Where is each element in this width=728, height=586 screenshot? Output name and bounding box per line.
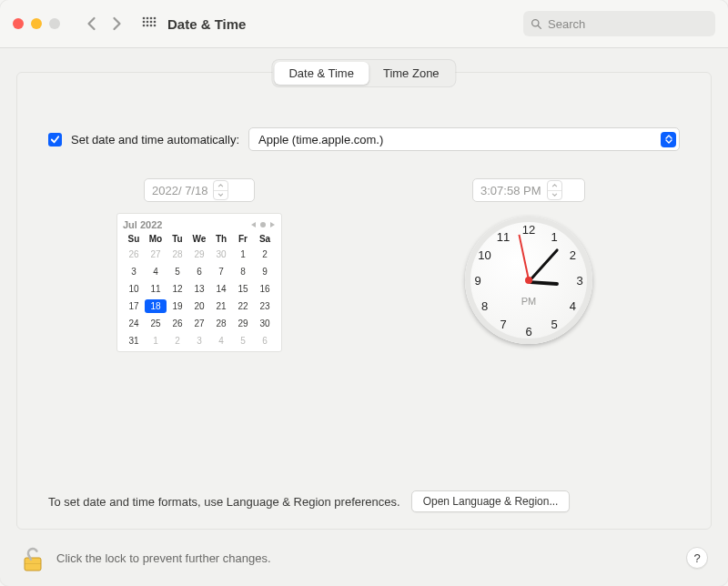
calendar-day-other[interactable]: 29 bbox=[188, 248, 210, 261]
time-stepper[interactable]: 3:07:58 PM bbox=[472, 178, 585, 202]
svg-line-13 bbox=[538, 25, 541, 28]
titlebar: Date & Time Search bbox=[0, 0, 728, 48]
calendar-day[interactable]: 21 bbox=[210, 299, 232, 313]
date-stepper[interactable]: 2022/ 7/18 bbox=[144, 178, 255, 202]
calendar-day[interactable]: 8 bbox=[232, 265, 254, 278]
prefs-window: Date & Time Search Date & Time Time Zone… bbox=[0, 0, 728, 586]
lock-button[interactable] bbox=[20, 543, 46, 572]
time-value: 3:07:58 PM bbox=[480, 184, 541, 197]
clock-number: 2 bbox=[570, 248, 576, 262]
hint-text: To set date and time formats, use Langua… bbox=[48, 495, 400, 509]
tab-date-time[interactable]: Date & Time bbox=[274, 62, 369, 85]
calendar-day[interactable]: 25 bbox=[145, 317, 167, 330]
calendar-day[interactable]: 31 bbox=[123, 334, 145, 348]
calendar-day[interactable]: 14 bbox=[210, 282, 232, 296]
back-button[interactable] bbox=[80, 13, 102, 35]
calendar-day-other[interactable]: 1 bbox=[145, 334, 167, 348]
analog-clock: PM 121234567891011 bbox=[465, 217, 592, 344]
calendar-day-other[interactable]: 26 bbox=[123, 248, 145, 261]
help-button[interactable]: ? bbox=[686, 547, 708, 569]
tab-time-zone[interactable]: Time Zone bbox=[369, 62, 454, 85]
time-stepper-buttons[interactable] bbox=[547, 180, 562, 200]
lock-text: Click the lock to prevent further change… bbox=[56, 551, 271, 565]
calendar-day[interactable]: 3 bbox=[123, 265, 145, 278]
show-all-button[interactable] bbox=[138, 13, 160, 35]
clock-number: 5 bbox=[551, 318, 557, 331]
combo-disclosure-icon bbox=[661, 132, 676, 147]
calendar-day[interactable]: 27 bbox=[188, 317, 210, 330]
calendar-day[interactable]: 30 bbox=[254, 317, 276, 330]
calendar-day[interactable]: 5 bbox=[167, 265, 188, 278]
calendar-day[interactable]: 13 bbox=[188, 282, 210, 296]
svg-point-6 bbox=[150, 21, 153, 24]
clock-hand-s bbox=[518, 235, 529, 281]
lock-open-icon bbox=[21, 545, 45, 572]
zoom-button[interactable] bbox=[49, 18, 60, 29]
calendar-day[interactable]: 2 bbox=[254, 248, 276, 261]
svg-point-10 bbox=[150, 25, 153, 27]
calendar-prev-icon[interactable] bbox=[250, 219, 257, 230]
clock-number: 11 bbox=[497, 229, 510, 243]
hint-row: To set date and time formats, use Langua… bbox=[48, 472, 680, 512]
calendar-day[interactable]: 23 bbox=[254, 299, 276, 313]
clock-number: 7 bbox=[500, 318, 506, 331]
auto-checkbox[interactable] bbox=[48, 133, 62, 146]
calendar-day[interactable]: 29 bbox=[232, 317, 254, 330]
calendar-day[interactable]: 17 bbox=[123, 299, 145, 313]
calendar-day-other[interactable]: 5 bbox=[232, 334, 254, 348]
calendar-day[interactable]: 9 bbox=[254, 265, 276, 278]
calendar-day-other[interactable]: 28 bbox=[167, 248, 188, 261]
window-controls bbox=[13, 18, 60, 29]
calendar-day[interactable]: 7 bbox=[210, 265, 232, 278]
calendar-day[interactable]: 26 bbox=[167, 317, 188, 330]
clock-number: 10 bbox=[478, 248, 490, 262]
calendar-day-other[interactable]: 3 bbox=[188, 334, 210, 348]
calendar-day[interactable]: 12 bbox=[167, 282, 188, 296]
svg-point-3 bbox=[154, 17, 157, 20]
calendar-weekday: Fr bbox=[232, 234, 254, 244]
time-server-combo[interactable]: Apple (time.apple.com.) bbox=[248, 127, 680, 151]
date-stepper-buttons[interactable] bbox=[213, 180, 228, 200]
calendar-day[interactable]: 1 bbox=[232, 248, 254, 261]
calendar-day[interactable]: 19 bbox=[167, 299, 188, 313]
calendar-next-icon[interactable] bbox=[269, 219, 276, 230]
open-language-region-button[interactable]: Open Language & Region... bbox=[411, 490, 571, 512]
clock-number: 4 bbox=[570, 299, 576, 313]
minimize-button[interactable] bbox=[31, 18, 42, 29]
calendar-day[interactable]: 20 bbox=[188, 299, 210, 313]
calendar[interactable]: Jul 2022 SuMoTuWeThFrSa26272829301234567… bbox=[116, 213, 282, 352]
close-button[interactable] bbox=[13, 18, 24, 29]
calendar-day-other[interactable]: 4 bbox=[210, 334, 232, 348]
clock-number: 8 bbox=[481, 299, 488, 313]
search-field[interactable]: Search bbox=[523, 11, 715, 36]
calendar-day[interactable]: 6 bbox=[188, 265, 210, 278]
calendar-day-other[interactable]: 2 bbox=[167, 334, 188, 348]
calendar-month-label: Jul 2022 bbox=[123, 219, 162, 230]
calendar-today-icon[interactable] bbox=[260, 222, 266, 227]
calendar-grid: SuMoTuWeThFrSa26272829301234567891011121… bbox=[123, 234, 276, 348]
calendar-header: Jul 2022 bbox=[123, 219, 276, 230]
window-title: Date & Time bbox=[167, 16, 246, 32]
calendar-day[interactable]: 16 bbox=[254, 282, 276, 296]
calendar-day[interactable]: 4 bbox=[145, 265, 167, 278]
calendar-day[interactable]: 28 bbox=[210, 317, 232, 330]
calendar-day-other[interactable]: 27 bbox=[145, 248, 167, 261]
clock-hand-m bbox=[528, 248, 559, 283]
calendar-day[interactable]: 15 bbox=[232, 282, 254, 296]
clock-number: 9 bbox=[474, 274, 480, 288]
calendar-day[interactable]: 18 bbox=[145, 299, 167, 313]
svg-point-9 bbox=[147, 25, 149, 27]
calendar-day[interactable]: 10 bbox=[123, 282, 145, 296]
calendar-weekday: Tu bbox=[167, 234, 188, 244]
calendar-day[interactable]: 11 bbox=[145, 282, 167, 296]
calendar-day[interactable]: 24 bbox=[123, 317, 145, 330]
calendar-day-other[interactable]: 6 bbox=[254, 334, 276, 348]
forward-button[interactable] bbox=[106, 13, 127, 35]
calendar-day-other[interactable]: 30 bbox=[210, 248, 232, 261]
calendar-day[interactable]: 22 bbox=[232, 299, 254, 313]
time-column: 3:07:58 PM PM 121234567891011 bbox=[378, 178, 680, 344]
time-server-value: Apple (time.apple.com.) bbox=[258, 133, 383, 146]
chevron-down-icon bbox=[214, 191, 228, 200]
calendar-weekday: Su bbox=[123, 234, 145, 244]
date-column: 2022/ 7/18 Jul 2022 bbox=[48, 178, 350, 352]
